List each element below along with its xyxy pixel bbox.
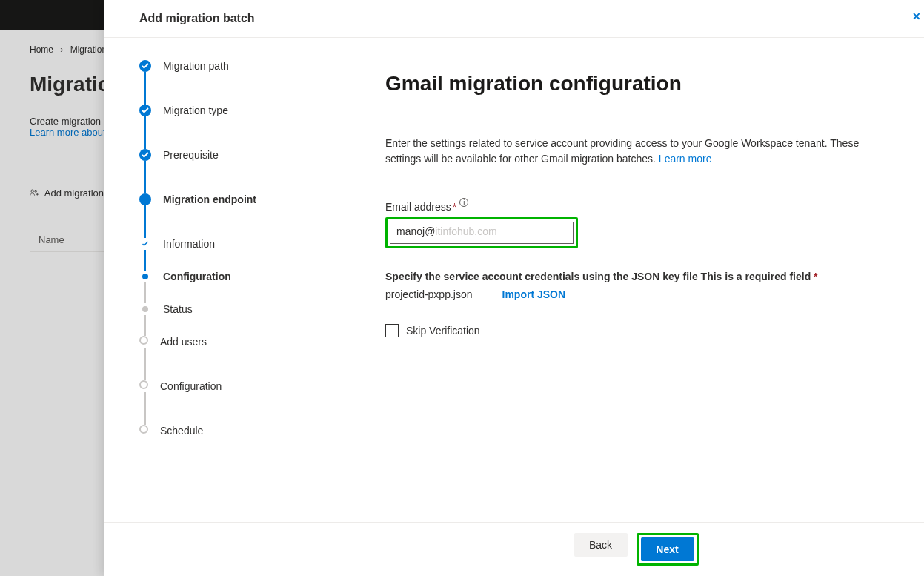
- credentials-label: Specify the service account credentials …: [385, 271, 891, 282]
- panel-content: Gmail migration configuration Enter the …: [348, 38, 924, 522]
- check-icon: [139, 149, 151, 161]
- step-configuration[interactable]: Configuration: [139, 380, 333, 425]
- migration-panel: Add migration batch ✕ Migration pathMigr…: [104, 0, 924, 576]
- step-label: Configuration: [163, 271, 231, 282]
- step-label: Prerequisite: [163, 149, 219, 161]
- import-json-link[interactable]: Import JSON: [502, 288, 566, 300]
- step-connector: [144, 161, 146, 193]
- panel-header: Add migration batch ✕: [104, 0, 924, 38]
- content-title: Gmail migration configuration: [385, 72, 891, 96]
- step-connector: [144, 348, 146, 380]
- panel-footer: Back Next: [104, 522, 924, 576]
- learn-more-link[interactable]: Learn more: [659, 153, 712, 165]
- step-label: Status: [163, 303, 193, 315]
- step-add-users[interactable]: Add users: [139, 336, 333, 380]
- step-dot-icon: [139, 336, 148, 345]
- email-field[interactable]: manoj@itinfohub.com: [390, 222, 574, 244]
- step-configuration[interactable]: Configuration: [139, 271, 333, 303]
- step-migration-path[interactable]: Migration path: [139, 60, 333, 105]
- step-label: Information: [163, 238, 215, 250]
- step-migration-type[interactable]: Migration type: [139, 105, 333, 149]
- step-connector: [144, 205, 146, 238]
- step-connector: [144, 250, 146, 271]
- content-description: Enter the settings related to service ac…: [385, 136, 891, 167]
- step-label: Migration path: [163, 60, 229, 72]
- modal-overlay: [0, 0, 104, 576]
- skip-verification-label: Skip Verification: [406, 325, 480, 337]
- step-label: Schedule: [160, 425, 203, 437]
- close-icon[interactable]: ✕: [912, 10, 921, 19]
- skip-verification-checkbox[interactable]: [385, 324, 399, 337]
- highlight-marker: manoj@itinfohub.com: [385, 217, 578, 248]
- step-connector: [144, 282, 146, 303]
- step-connector: [144, 72, 146, 105]
- steps-sidebar: Migration pathMigration typePrerequisite…: [104, 38, 348, 522]
- step-connector: [144, 392, 146, 425]
- json-filename: projectid-pxpp.json: [385, 288, 473, 300]
- check-icon: [142, 241, 148, 247]
- step-dot-icon: [139, 193, 151, 205]
- panel-title: Add migration batch: [139, 12, 255, 25]
- step-dot-icon: [139, 425, 148, 434]
- step-dot-icon: [142, 306, 148, 312]
- check-icon: [139, 60, 151, 72]
- required-asterisk: *: [453, 201, 456, 213]
- highlight-marker: Next: [637, 533, 699, 566]
- step-label: Migration endpoint: [163, 193, 256, 205]
- step-status[interactable]: Status: [139, 303, 333, 336]
- step-label: Add users: [160, 336, 207, 348]
- required-asterisk: *: [814, 271, 817, 282]
- step-dot-icon: [142, 274, 148, 279]
- step-label: Configuration: [160, 380, 222, 392]
- check-icon: [139, 105, 151, 116]
- back-button[interactable]: Back: [574, 533, 628, 557]
- step-migration-endpoint[interactable]: Migration endpoint: [139, 193, 333, 238]
- step-information[interactable]: Information: [139, 238, 333, 271]
- email-label: Email address * i: [385, 201, 891, 213]
- step-prerequisite[interactable]: Prerequisite: [139, 149, 333, 193]
- step-schedule[interactable]: Schedule: [139, 425, 333, 469]
- step-dot-icon: [139, 380, 148, 389]
- step-connector: [144, 116, 146, 149]
- next-button[interactable]: Next: [641, 537, 694, 561]
- step-label: Migration type: [163, 105, 228, 116]
- step-connector: [144, 315, 146, 336]
- info-icon[interactable]: i: [459, 198, 468, 207]
